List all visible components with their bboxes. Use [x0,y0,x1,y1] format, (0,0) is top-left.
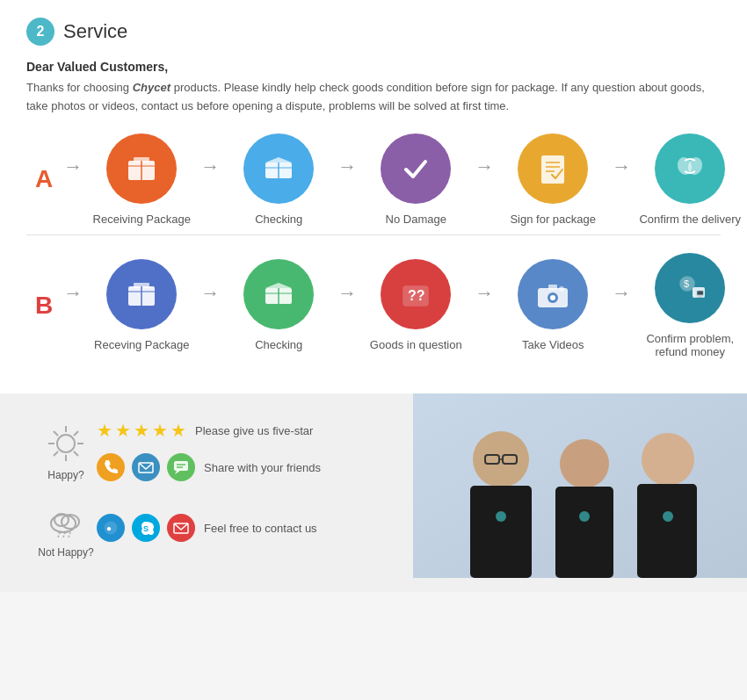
flow-a-item-3: No Damage [359,134,473,226]
service-badge: 2 [26,18,54,46]
top-section: 2 Service Dear Valued Customers, Thanks … [0,0,747,393]
flow-b-label-2: Checking [255,338,302,351]
flow-a-label-5: Confirm the delivery [639,213,741,226]
flow-a-circle-5 [655,134,725,204]
flow-a-circle-3 [381,134,451,204]
star-1: ★ [97,420,112,441]
intro-pre: Thanks for choosing [26,81,133,94]
flow-a-label-1: Receiving Package [93,213,191,226]
bottom-section: Happy? ★ ★ ★ ★ ★ Please give us five-sta… [0,393,747,592]
brand-name: Chycet [133,81,170,94]
svg-rect-64 [555,487,613,578]
flow-a-arrow1: → [200,155,220,178]
flow-a-item-4: Sign for package [496,134,610,226]
svg-rect-27 [548,285,557,290]
flow-a-arrow0: → [63,155,83,178]
not-happy-icon-wrap: Not Happy? [35,499,97,559]
phone-icon [97,453,125,481]
email-contact-icon [167,514,195,542]
five-star-text: Please give us five-star [195,424,313,437]
svg-point-63 [560,439,609,488]
mail-icon [132,453,160,481]
flow-b-item-4: Take Videos [496,259,610,351]
flow-b-circle-5: $ 💻 [655,253,725,323]
flow-a-items: Receiving Package → Checking → [84,134,747,226]
flow-a-label-4: Sign for package [510,213,596,226]
svg-point-69 [663,511,673,522]
svg-rect-8 [541,155,564,184]
flow-a-label-2: Checking [255,213,302,226]
flow-a-arrow4: → [612,155,631,178]
svg-rect-59 [470,486,532,578]
svg-point-28 [559,286,564,292]
happy-row: Happy? ★ ★ ★ ★ ★ Please give us five-sta… [35,420,395,483]
flow-a-circle-4 [518,134,588,204]
flow-b-label: B [35,292,53,320]
svg-line-40 [74,431,78,436]
people-svg [413,393,747,578]
svg-point-26 [550,295,555,300]
svg-marker-5 [265,157,292,162]
not-happy-row: Not Happy? ● S Feel free [35,499,395,559]
svg-point-33 [57,435,75,452]
svg-point-65 [642,433,694,486]
star-5: ★ [170,420,186,441]
flow-b-circle-4 [518,259,588,329]
flow-a-label-3: No Damage [386,213,446,226]
happy-icon-wrap: Happy? [35,422,97,481]
svg-marker-44 [175,471,180,474]
flow-b-label-3: Goods in question [370,338,462,351]
contact-icons: ● S [97,514,195,542]
flow-a-circle-2 [243,134,314,204]
flow-b-arrow3: → [475,282,494,305]
flow-a-item-1: Receiving Package [84,134,199,226]
flow-b-item-2: Checking [221,259,336,351]
people-photo [413,393,747,578]
star-3: ★ [134,420,149,441]
svg-text:💻: 💻 [695,288,706,299]
flow-b-arrow4: → [612,282,631,305]
flow-b-item-5: $ 💻 Confirm problem, refund money [633,253,747,358]
flow-a-circle-1 [106,134,177,204]
star-4: ★ [152,420,168,441]
flow-a-label: A [35,165,53,193]
flow-b-circle-3: ?? [381,259,451,329]
flow-b-item-3: ?? Goods in question [359,259,473,351]
flow-b-circle-2 [243,259,314,329]
svg-line-52 [69,532,70,538]
flow-b-label-1: Receving Package [94,338,189,351]
svg-point-68 [579,511,590,522]
flow-b-arrow0: → [63,282,83,305]
svg-rect-66 [637,484,697,578]
svg-text:S: S [143,524,149,533]
service-title: Service [63,20,127,43]
flow-b-circle-1 [106,259,177,329]
star-2: ★ [115,420,131,441]
badge-number: 2 [37,24,45,40]
bottom-left: Happy? ★ ★ ★ ★ ★ Please give us five-sta… [0,393,413,592]
svg-line-38 [54,431,58,436]
svg-line-39 [74,451,78,456]
flow-a-arrow2: → [337,155,357,178]
intro-title: Dear Valued Customers, [26,60,721,74]
share-icons [97,453,195,481]
skype-icon: S [132,514,160,542]
flow-a-item-2: Checking [221,134,336,226]
skype-drop-icon: ● [97,514,125,542]
not-happy-label: Not Happy? [38,546,93,559]
flow-b-label-4: Take Videos [522,338,584,351]
happy-label: Happy? [47,469,83,481]
share-text: Share with your friends [204,461,321,474]
svg-text:●: ● [106,523,112,533]
chat-icon [167,453,195,481]
stars-row: ★ ★ ★ ★ ★ [97,420,186,441]
sun-icon [44,422,88,465]
flow-a-item-5: Confirm the delivery [633,134,747,226]
flow-b-section: B → Receving Package → [35,253,721,358]
svg-point-67 [496,511,506,522]
flow-a-section: A → Receiving Package → [35,134,721,226]
flow-b-arrow2: → [337,282,357,305]
intro-body: Thanks for choosing Chycet products. Ple… [26,79,721,116]
contact-text: Feel free to contact us [204,522,317,535]
cloud-icon [44,499,88,543]
